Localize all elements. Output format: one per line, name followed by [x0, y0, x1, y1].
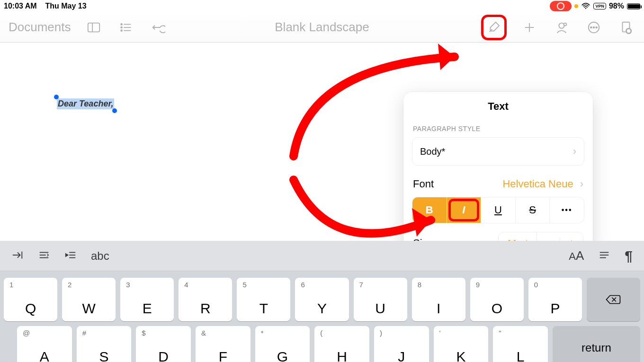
key-P[interactable]: 0P — [528, 278, 582, 321]
key-F[interactable]: &F — [196, 326, 250, 362]
list-indent-icon[interactable] — [64, 249, 77, 263]
return-key[interactable]: return — [553, 326, 640, 362]
svg-point-0 — [585, 8, 586, 9]
svg-point-4 — [121, 26, 122, 28]
more-format-button[interactable]: ••• — [550, 197, 584, 223]
svg-point-16 — [590, 26, 592, 28]
key-W[interactable]: 2W — [62, 278, 116, 321]
italic-highlight — [448, 199, 480, 221]
list-icon[interactable] — [116, 18, 135, 37]
selected-text[interactable]: Dear Teacher, — [57, 98, 114, 109]
status-date: Thu May 13 — [45, 2, 86, 10]
key-G[interactable]: *G — [255, 326, 310, 362]
key-J[interactable]: )J — [374, 326, 429, 362]
key-K[interactable]: 'K — [434, 326, 489, 362]
sidebar-toggle-icon[interactable] — [84, 18, 103, 37]
status-right: VPN 98% — [550, 1, 640, 11]
status-time: 10:03 AM — [4, 2, 37, 10]
keyboard-shortcut-bar: abc AA ¶ — [0, 241, 644, 271]
undo-icon[interactable] — [149, 18, 168, 37]
document-options-icon[interactable] — [617, 18, 635, 37]
align-left-icon[interactable] — [38, 249, 50, 263]
format-popover: Text PARAGRAPH STYLE Body* › Font Helvet… — [403, 92, 593, 259]
key-I[interactable]: 8I — [412, 278, 465, 321]
paragraph-style-row[interactable]: Body* › — [412, 137, 584, 166]
key-Y[interactable]: 6Y — [295, 278, 349, 321]
key-D[interactable]: $D — [136, 326, 191, 362]
keyboard: 1Q2W3E4R5T6Y7U8I9O0P @A#S$D&F*G(H)J'K"Lr… — [0, 271, 644, 362]
svg-point-18 — [596, 26, 597, 28]
key-L[interactable]: "L — [493, 326, 548, 362]
status-left: 10:03 AM Thu May 13 — [4, 2, 87, 10]
key-U[interactable]: 7U — [354, 278, 407, 321]
tab-indent-icon[interactable] — [11, 249, 24, 263]
key-Q[interactable]: 1Q — [4, 278, 57, 321]
format-brush-icon[interactable] — [484, 18, 503, 37]
svg-point-17 — [593, 26, 595, 28]
key-A[interactable]: @A — [17, 326, 72, 362]
add-icon[interactable] — [520, 18, 539, 37]
popover-title: Text — [403, 100, 593, 113]
chevron-right-icon: › — [580, 178, 583, 190]
toolbar: Documents Blank Landscape — [0, 12, 644, 43]
vpn-badge: VPN — [593, 3, 606, 9]
strike-button[interactable]: S — [516, 197, 550, 223]
format-buttons-row: B I U S ••• — [412, 197, 584, 223]
key-R[interactable]: 4R — [179, 278, 232, 321]
font-label: Font — [413, 178, 434, 190]
collaborate-icon[interactable] — [552, 18, 571, 37]
format-brush-highlight — [481, 15, 507, 40]
location-dot-icon — [574, 4, 578, 8]
paragraph-align-icon[interactable] — [598, 249, 610, 263]
documents-back-button[interactable]: Documents — [9, 20, 71, 35]
battery-percent: 98% — [609, 2, 624, 10]
document-title[interactable]: Blank Landscape — [275, 20, 369, 35]
key-T[interactable]: 5T — [237, 278, 290, 321]
chevron-right-icon: › — [573, 145, 576, 158]
svg-rect-1 — [88, 23, 99, 32]
bold-button[interactable]: B — [412, 197, 447, 223]
backspace-key[interactable] — [587, 278, 640, 321]
svg-point-5 — [121, 30, 122, 31]
underline-button[interactable]: U — [481, 197, 516, 223]
key-E[interactable]: 3E — [120, 278, 174, 321]
key-H[interactable]: (H — [314, 326, 369, 362]
svg-point-3 — [121, 24, 122, 25]
pilcrow-icon[interactable]: ¶ — [625, 248, 633, 264]
wifi-icon — [581, 3, 590, 9]
svg-marker-29 — [66, 254, 68, 256]
battery-icon — [627, 3, 640, 9]
font-row[interactable]: Font Helvetica Neue › — [412, 178, 584, 190]
keyboard-row-2: @A#S$D&F*G(H)J'K"Lreturn — [4, 326, 640, 362]
paragraph-style-value: Body* — [420, 146, 445, 157]
paragraph-style-label: PARAGRAPH STYLE — [413, 125, 583, 132]
abc-button[interactable]: abc — [91, 249, 109, 263]
text-size-button[interactable]: AA — [569, 248, 584, 263]
screen-record-icon[interactable] — [550, 1, 572, 11]
font-value: Helvetica Neue — [502, 178, 573, 190]
keyboard-row-1: 1Q2W3E4R5T6Y7U8I9O0P — [4, 278, 640, 321]
key-O[interactable]: 9O — [470, 278, 524, 321]
document-canvas[interactable]: Dear Teacher, Text PARAGRAPH STYLE Body*… — [0, 43, 644, 241]
more-icon[interactable] — [584, 18, 603, 37]
italic-button[interactable]: I — [447, 197, 482, 223]
status-bar: 10:03 AM Thu May 13 VPN 98% — [0, 0, 644, 12]
svg-marker-22 — [438, 44, 455, 70]
key-S[interactable]: #S — [77, 326, 132, 362]
